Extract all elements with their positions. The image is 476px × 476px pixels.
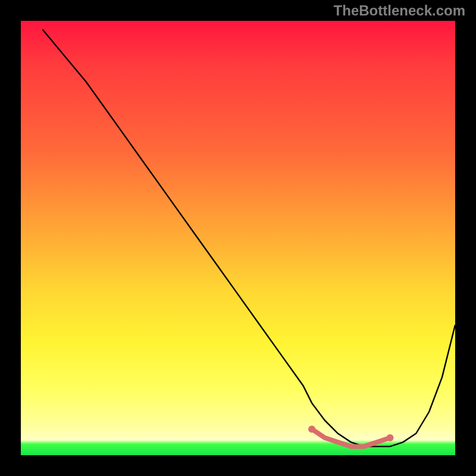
chart-frame: TheBottleneck.com [0,0,476,476]
highlight-band [312,429,390,446]
curve-layer [21,21,455,455]
main-curve [43,30,456,447]
highlight-dot [308,425,315,433]
watermark-text: TheBottleneck.com [334,2,465,19]
highlight-dot [387,434,394,441]
plot-area [21,21,455,455]
